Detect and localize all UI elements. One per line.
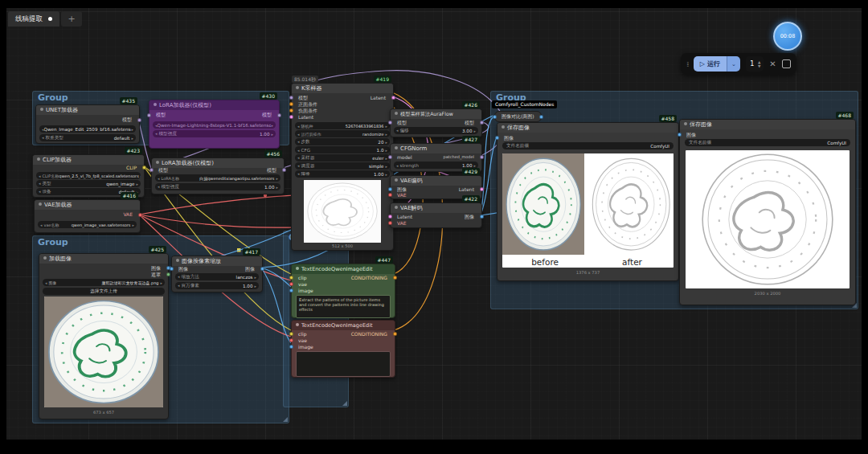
node-header[interactable]: VAE编码 (391, 176, 481, 186)
node-lora-loader-bypassed[interactable]: #430 LoRA加载器(仅模型) 模型 模型 ◂Qwen-Image-Ligh… (149, 100, 280, 149)
node-header[interactable]: TextEncodeQwenImageEdit (292, 321, 395, 330)
widget-shift[interactable]: ◂偏移 3.00▸ (394, 127, 478, 134)
slot-vae-in[interactable] (289, 282, 293, 286)
slot-mask-out[interactable] (166, 272, 170, 276)
node-header[interactable]: TextEncodeQwenImageEdit (292, 264, 395, 274)
collapse-dot-icon[interactable] (395, 146, 398, 149)
collapse-dot-icon[interactable] (296, 267, 299, 270)
slot-vae-in[interactable] (289, 338, 293, 342)
node-save-image-compare[interactable]: #458 保存图像 图像 文件名前缀 ComfyUI (497, 122, 679, 281)
collapse-dot-icon[interactable] (684, 122, 687, 125)
node-header[interactable]: VAE解码 (391, 203, 481, 213)
node-load-image[interactable]: #425 加载图像 图像 遮罩 ◂图像 康熙款绿彩云龙纹青花边盘.png▸ 选择… (39, 253, 169, 419)
batch-count-stepper[interactable]: 1 ▲▼ (746, 56, 764, 72)
widget-clip-name[interactable]: ◂CLIP名称 qwen_2.5_vl_7b_fp8_scaled.safete… (36, 172, 141, 179)
tab-workflow[interactable]: 线稿提取 (8, 11, 59, 27)
stop-icon[interactable] (782, 59, 791, 68)
slot-model-in[interactable] (149, 168, 154, 172)
widget-scheduler[interactable]: ◂调度器 simple▸ (295, 162, 390, 170)
node-header[interactable]: LoRA加载器(仅模型) (152, 158, 284, 168)
slot-latent-out[interactable] (391, 96, 395, 100)
slot-patched-model-out[interactable] (480, 155, 484, 159)
upload-button[interactable]: 选择文件上传 (43, 288, 165, 295)
node-header[interactable]: UNET加载器 (36, 105, 139, 115)
collapse-dot-icon[interactable] (39, 202, 42, 206)
widget-upscale-method[interactable]: ◂缩放方法 lanczos▸ (175, 273, 259, 280)
collapse-dot-icon[interactable] (395, 206, 398, 209)
widget-vae-name[interactable]: ◂vae名称 qwen_image_vae.safetensors▸ (38, 221, 137, 228)
slot-vae-in[interactable] (388, 193, 392, 197)
node-header[interactable]: 保存图像 (497, 123, 678, 133)
compare-preview[interactable]: before after (502, 153, 674, 268)
node-save-image-lineart[interactable]: #468 保存图像 图像 文件名前缀 ComfyUI 2030 x 2000 (679, 119, 856, 305)
slot-image-in[interactable] (388, 187, 392, 191)
collapse-dot-icon[interactable] (37, 157, 40, 161)
node-ksampler[interactable]: 85.014秒 #419 K采样器 模型 正面条件 负面条件 Latent La… (291, 83, 394, 251)
node-text-encode-negative[interactable]: TextEncodeQwenImageEdit clip CONDITIONIN… (291, 320, 395, 378)
widget-megapixels[interactable]: ◂百万像素 1.00▸ (175, 282, 259, 289)
image-preview-plate-photo[interactable] (44, 297, 163, 407)
node-text-encode-positive[interactable]: #447 TextEncodeQwenImageEdit clip CONDIT… (291, 264, 395, 318)
node-clip-loader[interactable]: #423 CLIP加载器 CLIP ◂CLIP名称 qwen_2.5_vl_7b… (32, 154, 145, 198)
collapse-dot-icon[interactable] (156, 161, 159, 164)
slot-model-out[interactable] (480, 121, 484, 125)
node-header[interactable]: 加载图像 (39, 254, 168, 264)
cancel-icon[interactable]: ✕ (769, 59, 776, 68)
widget-image-file[interactable]: ◂图像 康熙款绿彩云龙纹青花边盘.png▸ (43, 279, 165, 286)
slot-image-out[interactable] (260, 267, 264, 271)
collapse-dot-icon[interactable] (43, 256, 47, 260)
run-button[interactable]: ▷ 运行 (694, 56, 727, 72)
slot-vae-out[interactable] (138, 213, 142, 217)
node-image-compare-collapsed[interactable]: 图像对比(两图) (494, 111, 542, 122)
widget-lora-name[interactable]: ◂Qwen-Image-Lightning-8steps-V1.1-bf16.s… (153, 121, 276, 129)
node-vae-loader[interactable]: #416 VAE加载器 VAE ◂vae名称 qwen_image_vae.sa… (34, 199, 141, 233)
slot-vae-in[interactable] (388, 221, 392, 225)
node-header[interactable]: VAE加载器 (35, 200, 140, 210)
slot-positive-in[interactable] (289, 102, 293, 106)
slot-conditioning-out[interactable] (393, 332, 397, 336)
slot-image-out[interactable] (480, 215, 484, 219)
collapse-dot-icon[interactable] (395, 178, 398, 182)
slot-clip-in[interactable] (289, 332, 293, 336)
node-canvas[interactable]: Group Group Group Group (0, 0, 868, 454)
slot-image-in[interactable] (289, 288, 293, 292)
new-tab-button[interactable]: + (61, 11, 82, 27)
slot-latent-out[interactable] (480, 187, 484, 191)
node-header[interactable]: 保存图像 (680, 120, 855, 129)
node-header[interactable]: CLIP加载器 (33, 155, 144, 165)
slot-clip-in[interactable] (289, 276, 293, 280)
slot-image-out[interactable] (539, 115, 543, 119)
node-vae-decode[interactable]: #422 VAE解码 Latent 图像 VAE (390, 202, 482, 228)
collapse-dot-icon[interactable] (154, 103, 157, 106)
node-image-scale[interactable]: #417 图像按像素缩放 图像 图像 ◂缩放方法 lanczos▸ ◂百万像素 … (171, 256, 263, 292)
node-header[interactable]: 模型采样算法AuraFlow (391, 109, 481, 119)
node-header[interactable]: K采样器 (292, 84, 393, 93)
slot-image-in[interactable] (289, 345, 293, 349)
combo-right-icon[interactable]: ▸ (131, 127, 133, 132)
widget-cfg[interactable]: ◂CFG 1.0▸ (295, 146, 390, 153)
slot-latent-in[interactable] (388, 215, 392, 219)
drag-handle-icon[interactable]: ⁞⁞ (686, 60, 688, 68)
run-options-chevron-icon[interactable]: ⌄ (727, 56, 740, 72)
widget-control-after-generate[interactable]: ◂运行后操作 randomize▸ (295, 130, 390, 137)
node-unet-loader[interactable]: #435 UNET加载器 模型 ◂Qwen_Image_Edit_2509_bf… (35, 104, 140, 144)
slot-conditioning-out[interactable] (393, 276, 397, 280)
slot-model-out[interactable] (277, 113, 281, 117)
stepper-arrows-icon[interactable]: ▲▼ (758, 60, 760, 68)
widget-steps[interactable]: ◂步数 20▸ (295, 138, 390, 145)
node-header[interactable]: CFGNorm (391, 144, 481, 153)
lineart-preview[interactable] (686, 150, 850, 288)
slot-image-in[interactable] (495, 136, 499, 140)
slot-model-in[interactable] (147, 113, 151, 117)
widget-model-strength[interactable]: ◂模型强度 1.00▸ (153, 130, 276, 137)
slot-image-in[interactable] (678, 133, 682, 137)
widget-denoise[interactable]: ◂降噪 1.00▸ (295, 170, 390, 178)
slot-latent-in[interactable] (289, 115, 293, 119)
prompt-textarea[interactable]: Extract the patterns of the picture item… (296, 295, 391, 318)
collapse-dot-icon[interactable] (296, 86, 299, 89)
slot-model-in[interactable] (289, 96, 293, 100)
slot-model-out[interactable] (137, 118, 141, 122)
widget-weight-dtype[interactable]: ◂权重类型 default▸ (39, 134, 136, 141)
slot-image-in[interactable] (170, 267, 174, 271)
slot-model-in[interactable] (388, 121, 392, 125)
